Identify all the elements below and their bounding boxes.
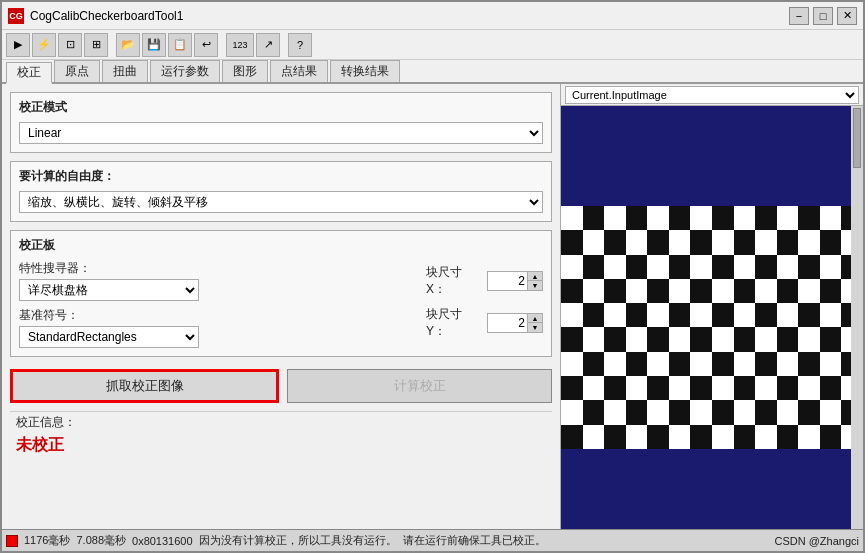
checker-cell [755, 425, 777, 449]
checker-cell [820, 327, 842, 351]
tab-origin[interactable]: 原点 [54, 60, 100, 82]
status-indicator [6, 535, 18, 547]
block-size-y-arrows: ▲ ▼ [527, 313, 543, 333]
checker-cell [755, 352, 777, 376]
checker-cell [647, 303, 669, 327]
checker-cell [734, 206, 756, 230]
block-size-x-label: 块尺寸 X： [426, 264, 481, 298]
checker-cell [647, 327, 669, 351]
checker-cell [583, 376, 605, 400]
checker-cell [690, 376, 712, 400]
checker-cell [734, 303, 756, 327]
checker-cell [712, 376, 734, 400]
checker-cell [626, 230, 648, 254]
uncalibrated-label: 未校正 [10, 433, 552, 460]
block-size-y-down[interactable]: ▼ [528, 323, 542, 332]
block-size-x-spinbox: ▲ ▼ [487, 271, 543, 291]
scrollbar-right[interactable] [851, 106, 863, 529]
checker-cell [820, 206, 842, 230]
run-button[interactable]: ▶ [6, 33, 30, 57]
block-size-y-row: 块尺寸 Y： ▲ ▼ [426, 306, 543, 340]
checker-cell [820, 352, 842, 376]
checker-cell [583, 303, 605, 327]
block-size-y-up[interactable]: ▲ [528, 314, 542, 323]
checker-cell [583, 230, 605, 254]
block-size-x-input[interactable] [487, 271, 527, 291]
image-selector[interactable]: Current.InputImage [565, 86, 859, 104]
checker-cell [604, 425, 626, 449]
checker-cell [647, 279, 669, 303]
block-size-x-row: 块尺寸 X： ▲ ▼ [426, 264, 543, 298]
checker-cell [777, 255, 799, 279]
dof-select[interactable]: 缩放、纵横比、旋转、倾斜及平移 [19, 191, 543, 213]
grid2-button[interactable]: ⊞ [84, 33, 108, 57]
help-button[interactable]: ? [288, 33, 312, 57]
link-button[interactable]: ↗ [256, 33, 280, 57]
grid-button[interactable]: ⊡ [58, 33, 82, 57]
checker-cell [777, 279, 799, 303]
open-button[interactable]: 📂 [116, 33, 140, 57]
checker-cell [604, 206, 626, 230]
tab-transform-results[interactable]: 转换结果 [330, 60, 400, 82]
calibration-mode-select[interactable]: Linear [19, 122, 543, 144]
checker-cell [647, 230, 669, 254]
app-icon: CG [8, 8, 24, 24]
checker-cell [626, 327, 648, 351]
flash-button[interactable]: ⚡ [32, 33, 56, 57]
checker-cell [669, 327, 691, 351]
tab-bar: 校正 原点 扭曲 运行参数 图形 点结果 转换结果 [2, 60, 863, 84]
checker-cell [561, 400, 583, 424]
checker-cell [583, 352, 605, 376]
scroll-thumb[interactable] [853, 108, 861, 168]
tab-point-results[interactable]: 点结果 [270, 60, 328, 82]
checker-cell [798, 279, 820, 303]
maximize-button[interactable]: □ [813, 7, 833, 25]
checker-cell [626, 303, 648, 327]
tab-run-params[interactable]: 运行参数 [150, 60, 220, 82]
checker-cell [777, 303, 799, 327]
bottom-bar: 1176毫秒 7.088毫秒 0x80131600 因为没有计算校正，所以工具没… [2, 529, 863, 551]
tab-calibration[interactable]: 校正 [6, 62, 52, 84]
copy-button[interactable]: 📋 [168, 33, 192, 57]
checker-cell [583, 255, 605, 279]
board-right: 块尺寸 X： ▲ ▼ 块尺寸 Y： [426, 260, 543, 348]
checker-cell [734, 425, 756, 449]
checker-cell [647, 206, 669, 230]
minimize-button[interactable]: − [789, 7, 809, 25]
checker-cell [604, 255, 626, 279]
calculate-button[interactable]: 计算校正 [287, 369, 552, 403]
block-size-x-down[interactable]: ▼ [528, 281, 542, 290]
checker-cell [690, 400, 712, 424]
close-button[interactable]: ✕ [837, 7, 857, 25]
time2: 7.088毫秒 [76, 533, 126, 548]
checker-cell [583, 425, 605, 449]
undo-button[interactable]: ↩ [194, 33, 218, 57]
checker-cell [734, 400, 756, 424]
checker-cell [712, 303, 734, 327]
num-button[interactable]: 123 [226, 33, 254, 57]
calibration-mode-section: 校正模式 Linear [10, 92, 552, 153]
block-size-x-up[interactable]: ▲ [528, 272, 542, 281]
checker-cell [712, 327, 734, 351]
checker-cell [820, 400, 842, 424]
save-button[interactable]: 💾 [142, 33, 166, 57]
message2: 请在运行前确保工具已校正。 [403, 533, 546, 548]
tab-graphics[interactable]: 图形 [222, 60, 268, 82]
checker-cell [561, 255, 583, 279]
checker-cell [561, 206, 583, 230]
checker-cell [777, 400, 799, 424]
checker-cell [647, 255, 669, 279]
checker-cell [604, 279, 626, 303]
main-area: 校正模式 Linear 要计算的自由度： 缩放、纵横比、旋转、倾斜及平移 校正板 [2, 84, 863, 529]
base-symbol-select[interactable]: StandardRectangles [19, 326, 199, 348]
block-size-y-input[interactable] [487, 313, 527, 333]
dof-section: 要计算的自由度： 缩放、纵横比、旋转、倾斜及平移 [10, 161, 552, 222]
checker-cell [777, 206, 799, 230]
checker-cell [669, 206, 691, 230]
checker-cell [583, 400, 605, 424]
checker-cell [626, 255, 648, 279]
checker-cell [561, 279, 583, 303]
feature-finder-select[interactable]: 详尽棋盘格 [19, 279, 199, 301]
tab-distortion[interactable]: 扭曲 [102, 60, 148, 82]
capture-button[interactable]: 抓取校正图像 [10, 369, 279, 403]
